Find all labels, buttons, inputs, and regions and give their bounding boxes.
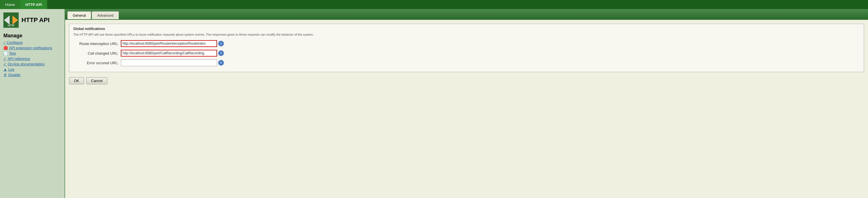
http-label: HTTP	[8, 24, 14, 27]
log-label: Log	[8, 67, 14, 72]
sidebar-title: HTTP API	[22, 16, 50, 24]
route-interception-input[interactable]	[121, 40, 217, 47]
http-icon: HTTP	[3, 12, 19, 28]
log-icon: ▲	[3, 67, 7, 72]
online-docs-label: On-line documentation	[8, 62, 45, 66]
route-interception-input-wrapper: i	[121, 40, 224, 47]
nav-http-api[interactable]: HTTP API	[20, 0, 48, 9]
error-occurred-row: Error occured URL: i	[73, 59, 860, 66]
section-title: Global notifications	[73, 27, 860, 31]
sidebar-link-api-extension[interactable]: 🔴 API extension notifications	[3, 46, 61, 50]
main-layout: HTTP HTTP API Manage ○ Configure 🔴 API e…	[0, 9, 868, 198]
tab-bar: General Advanced	[65, 9, 868, 20]
sidebar-link-configure[interactable]: ○ Configure	[3, 40, 61, 45]
call-changed-input[interactable]	[121, 50, 217, 57]
nav-home[interactable]: Home	[0, 0, 20, 9]
arrow-right-icon	[12, 15, 18, 25]
api-reference-icon: ✓	[3, 57, 6, 61]
route-interception-row: Route interception URL: i	[73, 40, 860, 47]
api-extension-icon: 🔴	[3, 46, 8, 50]
tab-advanced[interactable]: Advanced	[92, 11, 119, 19]
tab-general[interactable]: General	[67, 11, 91, 19]
error-occurred-input-wrapper: i	[121, 59, 224, 66]
sidebar-header: HTTP HTTP API	[3, 12, 61, 28]
top-navigation: Home HTTP API	[0, 0, 868, 9]
test-icon: 📄	[3, 51, 8, 56]
call-changed-input-wrapper: i	[121, 50, 224, 57]
online-docs-icon: ✓	[3, 62, 6, 66]
content-panel: Global notifications The HTTP API will u…	[65, 20, 868, 198]
route-interception-info-icon[interactable]: i	[218, 41, 224, 46]
content-area: General Advanced Global notifications Th…	[65, 9, 868, 198]
manage-section: Manage ○ Configure 🔴 API extension notif…	[3, 33, 61, 77]
disable-label: Disable	[8, 73, 20, 77]
api-reference-label: API reference	[8, 57, 30, 61]
sidebar-link-log[interactable]: ▲ Log	[3, 67, 61, 72]
ok-button[interactable]: OK	[69, 77, 84, 84]
cancel-button[interactable]: Cancel	[86, 77, 107, 84]
sidebar-link-api-reference[interactable]: ✓ API reference	[3, 57, 61, 61]
route-interception-label: Route interception URL:	[73, 41, 119, 46]
manage-title: Manage	[3, 33, 61, 39]
api-extension-label: API extension notifications	[9, 46, 52, 50]
call-changed-row: Call changed URL: i	[73, 50, 860, 57]
configure-icon: ○	[3, 40, 6, 45]
action-bar: OK Cancel	[69, 76, 864, 86]
sidebar-link-disable[interactable]: ⏸ Disable	[3, 73, 61, 77]
sidebar: HTTP HTTP API Manage ○ Configure 🔴 API e…	[0, 9, 65, 198]
error-occurred-input[interactable]	[121, 59, 217, 66]
disable-icon: ⏸	[3, 73, 7, 77]
error-occurred-label: Error occured URL:	[73, 61, 119, 65]
section-description: The HTTP API will use these specified UR…	[73, 33, 860, 37]
global-notifications-section: Global notifications The HTTP API will u…	[69, 24, 864, 72]
error-occurred-info-icon[interactable]: i	[218, 60, 224, 66]
configure-label: Configure	[7, 40, 23, 45]
call-changed-info-icon[interactable]: i	[218, 51, 224, 56]
sidebar-link-online-docs[interactable]: ✓ On-line documentation	[3, 62, 61, 66]
test-label: Test	[9, 51, 16, 56]
call-changed-label: Call changed URL:	[73, 51, 119, 56]
arrow-left-icon	[4, 15, 10, 25]
sidebar-link-test[interactable]: 📄 Test	[3, 51, 61, 56]
